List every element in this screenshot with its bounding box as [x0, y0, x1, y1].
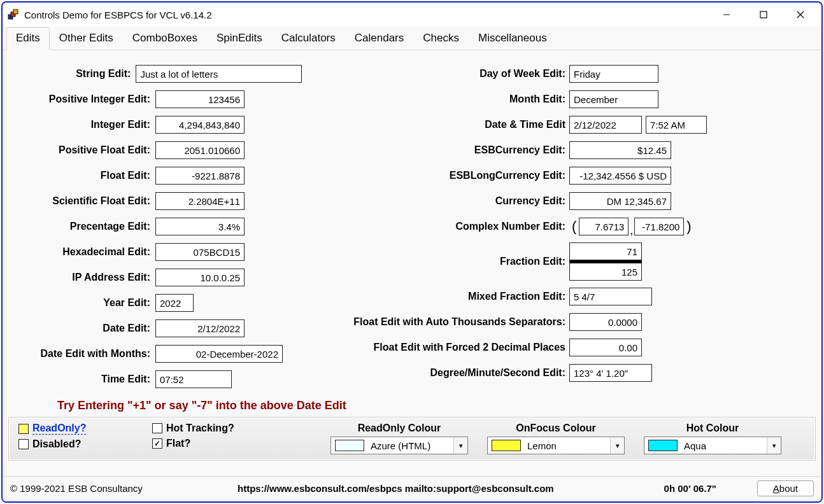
currency-edit-input[interactable]: [569, 192, 671, 210]
string-edit-label: String Edit:: [9, 68, 136, 80]
float-thousands-input[interactable]: [569, 313, 642, 331]
disabled-checkbox[interactable]: Disabled?: [18, 438, 146, 450]
hot-colour-combo[interactable]: Aqua ▾: [644, 437, 781, 454]
month-edit-label: Month Edit:: [302, 94, 569, 105]
onfocus-colour-value: Lemon: [525, 440, 610, 451]
pct-edit-input[interactable]: [155, 218, 245, 235]
hex-edit-input[interactable]: [155, 243, 245, 261]
left-column: String Edit: Positive Integer Edit: Inte…: [9, 64, 302, 395]
dms-edit-label: Degree/Minute/Second Edit:: [302, 367, 569, 379]
close-button[interactable]: [782, 4, 819, 25]
hot-tracking-checkbox[interactable]: Hot Tracking?: [152, 423, 318, 434]
minimize-button[interactable]: [708, 4, 745, 25]
status-timer: 0h 00' 06.7": [649, 483, 732, 494]
copyright-text: © 1999-2021 ESB Consultancy: [10, 483, 143, 494]
readonly-label: ReadOnly?: [32, 423, 86, 435]
month-edit-input[interactable]: [569, 90, 658, 108]
esblongcurrency-edit-label: ESBLongCurrency Edit:: [302, 170, 569, 181]
datetime-edit-label: Date & Time Edit: [302, 119, 569, 130]
readonly-colour-swatch-icon: [335, 440, 364, 451]
chevron-down-icon: ▾: [453, 437, 467, 454]
pos-float-edit-label: Positive Float Edit:: [9, 144, 155, 156]
year-edit-label: Year Edit:: [9, 297, 155, 309]
hot-tracking-label: Hot Tracking?: [166, 423, 234, 434]
titlebar: Controls Demo for ESBPCS for VCL v6.14.2: [3, 3, 821, 27]
datetime-time-input[interactable]: [646, 116, 707, 134]
fraction-num-input[interactable]: [569, 242, 642, 260]
float-edit-label: Float Edit:: [9, 170, 155, 181]
esbcurrency-edit-input[interactable]: [569, 141, 671, 159]
hot-colour-value: Aqua: [681, 440, 767, 451]
currency-edit-label: Currency Edit:: [302, 195, 569, 207]
fraction-den-input[interactable]: [569, 263, 642, 281]
dms-edit-input[interactable]: [569, 364, 652, 382]
readonly-swatch-icon: [18, 424, 29, 434]
status-links[interactable]: https://www.esbconsult.com/esbpcs mailto…: [168, 483, 623, 494]
complex-comma: ,: [629, 224, 634, 237]
datetime-date-input[interactable]: [569, 116, 642, 134]
tab-edits[interactable]: Edits: [6, 27, 50, 50]
window-title: Controls Demo for ESBPCS for VCL v6.14.2: [24, 10, 212, 20]
flat-checkbox[interactable]: ✓ Flat?: [152, 438, 318, 449]
readonly-checkbox[interactable]: ReadOnly?: [18, 423, 146, 435]
readonly-colour-group: ReadOnly Colour Azure (HTML) ▾: [324, 423, 474, 454]
about-button[interactable]: About: [757, 480, 814, 496]
tab-spinedits[interactable]: SpinEdits: [207, 27, 272, 50]
time-edit-label: Time Edit:: [9, 374, 155, 385]
pos-int-edit-input[interactable]: [155, 90, 245, 108]
float-edit-input[interactable]: [155, 167, 245, 185]
disabled-label: Disabled?: [32, 438, 81, 450]
hot-colour-group: Hot Colour Aqua ▾: [637, 423, 788, 454]
tab-misc[interactable]: Miscellaneous: [469, 27, 557, 50]
pos-float-edit-input[interactable]: [155, 141, 245, 159]
ip-edit-input[interactable]: [155, 269, 245, 286]
readonly-colour-value: Azure (HTML): [368, 440, 453, 451]
edits-panel: String Edit: Positive Integer Edit: Inte…: [3, 50, 821, 476]
ip-edit-label: IP Address Edit:: [9, 272, 155, 283]
date-months-edit-input[interactable]: [155, 345, 283, 363]
date-edit-hint: Try Entering "+1" or say "-7" into the a…: [9, 395, 815, 412]
open-paren: (: [569, 218, 579, 235]
sci-float-edit-input[interactable]: [155, 192, 245, 210]
tabstrip: Edits Other Edits ComboBoxes SpinEdits C…: [3, 27, 821, 50]
esbcurrency-edit-label: ESBCurrency Edit:: [302, 144, 569, 156]
tab-other-edits[interactable]: Other Edits: [50, 27, 123, 50]
dow-edit-input[interactable]: [569, 65, 658, 83]
svg-rect-2: [13, 10, 18, 14]
svg-rect-4: [760, 11, 767, 18]
chevron-down-icon: ▾: [610, 437, 624, 454]
complex-edit-label: Complex Number Edit:: [302, 221, 569, 232]
pos-int-edit-label: Positive Integer Edit:: [9, 94, 155, 105]
maximize-button[interactable]: [745, 4, 782, 25]
date-edit-label: Date Edit:: [9, 323, 155, 334]
string-edit-input[interactable]: [136, 65, 302, 83]
dow-edit-label: Day of Week Edit:: [302, 68, 569, 80]
statusbar: © 1999-2021 ESB Consultancy https://www.…: [3, 476, 821, 501]
complex-imag-input[interactable]: [634, 218, 684, 235]
date-months-edit-label: Date Edit with Months:: [9, 348, 155, 360]
hot-colour-swatch-icon: [648, 440, 678, 451]
float-2dp-label: Float Edit with Forced 2 Decimal Places: [302, 342, 569, 353]
esblongcurrency-edit-input[interactable]: [569, 167, 671, 185]
mixed-fraction-edit-input[interactable]: [569, 288, 652, 305]
tab-checks[interactable]: Checks: [413, 27, 469, 50]
tab-calendars[interactable]: Calendars: [345, 27, 414, 50]
tab-calculators[interactable]: Calculators: [272, 27, 345, 50]
onfocus-colour-combo[interactable]: Lemon ▾: [487, 437, 625, 454]
date-edit-input[interactable]: [155, 319, 245, 337]
onfocus-colour-group: OnFocus Colour Lemon ▾: [481, 423, 631, 454]
readonly-colour-combo[interactable]: Azure (HTML) ▾: [330, 437, 468, 454]
checkbox-icon: [18, 439, 29, 449]
float-2dp-input[interactable]: [569, 339, 642, 356]
year-edit-input[interactable]: [155, 294, 194, 312]
time-edit-input[interactable]: [155, 370, 232, 388]
onfocus-colour-swatch-icon: [492, 440, 521, 451]
chevron-down-icon: ▾: [767, 437, 781, 454]
complex-real-input[interactable]: [579, 218, 629, 235]
fraction-edit-label: Fraction Edit:: [302, 256, 569, 267]
hot-colour-title: Hot Colour: [686, 423, 739, 434]
int-edit-input[interactable]: [155, 116, 245, 134]
checkbox-checked-icon: ✓: [152, 438, 162, 449]
tab-comboboxes[interactable]: ComboBoxes: [123, 27, 207, 50]
mixed-fraction-edit-label: Mixed Fraction Edit:: [302, 291, 569, 302]
